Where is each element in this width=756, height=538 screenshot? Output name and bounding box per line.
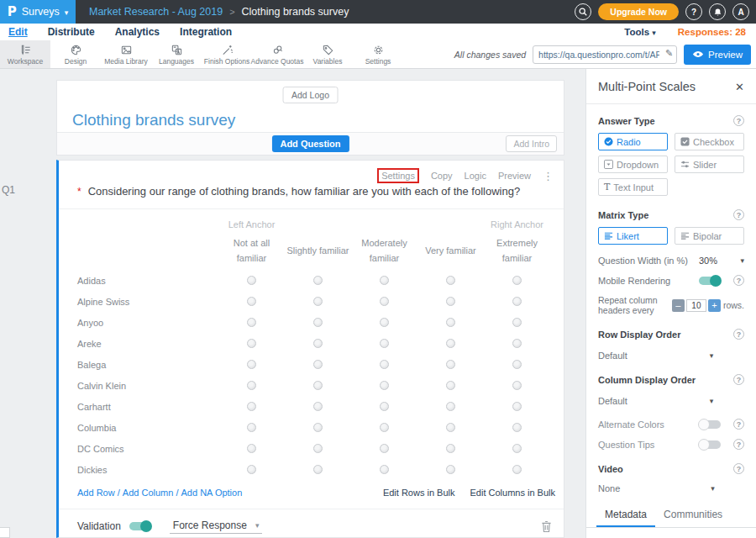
radio-option[interactable] — [313, 360, 323, 369]
answer-type-text-input[interactable]: T Text Input — [598, 178, 668, 196]
radio-option[interactable] — [380, 276, 389, 285]
question-copy-link[interactable]: Copy — [431, 171, 453, 181]
radio-option[interactable] — [247, 444, 256, 453]
add-question-button[interactable]: Add Question — [271, 135, 349, 152]
add-row-link[interactable]: Add Row — [77, 488, 115, 498]
toolbar-item-finish-options[interactable]: Finish Options — [202, 40, 252, 68]
answer-type-radio[interactable]: Radio — [598, 133, 668, 150]
radio-option[interactable] — [380, 402, 389, 411]
preview-button[interactable]: Preview — [684, 45, 751, 65]
toolbar-item-workspace[interactable]: Workspace — [0, 40, 50, 68]
row-label[interactable]: Anyoo — [77, 318, 218, 328]
radio-option[interactable] — [380, 444, 389, 453]
delete-question-trash-icon[interactable] — [541, 520, 552, 533]
radio-option[interactable] — [380, 423, 389, 432]
row-label[interactable]: Balega — [77, 360, 218, 370]
radio-option[interactable] — [380, 381, 389, 390]
survey-title[interactable]: Clothing brands survey — [72, 111, 235, 129]
row-label[interactable]: Carhartt — [77, 402, 218, 412]
answer-type-slider[interactable]: Slider — [675, 156, 744, 173]
tab-edit[interactable]: Edit — [8, 26, 28, 38]
radio-option[interactable] — [313, 423, 323, 432]
radio-option[interactable] — [446, 360, 455, 369]
radio-option[interactable] — [313, 297, 323, 306]
question-text[interactable]: Considering our range of clothing brands… — [88, 185, 521, 198]
video-dropdown[interactable]: None ▾ — [598, 483, 744, 493]
radio-option[interactable] — [313, 381, 323, 390]
row-label[interactable]: Adidas — [77, 276, 218, 286]
alternate-colors-toggle[interactable] — [699, 420, 721, 429]
radio-option[interactable] — [313, 318, 323, 327]
radio-option[interactable] — [313, 465, 323, 474]
radio-option[interactable] — [247, 360, 256, 369]
close-icon[interactable]: ✕ — [735, 81, 744, 93]
column-header[interactable]: Very familiar — [417, 244, 484, 259]
help-icon[interactable]: ? — [733, 275, 744, 286]
radio-option[interactable] — [247, 423, 256, 432]
search-icon[interactable] — [575, 3, 591, 20]
edit-columns-bulk-link[interactable]: Edit Columns in Bulk — [470, 488, 556, 498]
help-icon[interactable]: ? — [733, 463, 744, 474]
matrix-type-likert[interactable]: Likert — [598, 227, 668, 245]
matrix-type-bipolar[interactable]: Bipolar — [675, 227, 744, 245]
help-icon[interactable]: ? — [733, 374, 744, 385]
column-display-order-dropdown[interactable]: Default ▾ — [598, 396, 744, 406]
radio-option[interactable] — [247, 465, 256, 474]
column-header[interactable]: Slightly familiar — [285, 244, 351, 259]
add-intro-button[interactable]: Add Intro — [506, 135, 557, 152]
add-na-option-link[interactable]: Add NA Option — [181, 488, 243, 498]
radio-option[interactable] — [446, 339, 455, 348]
answer-type-checkbox[interactable]: Checkbox — [675, 133, 744, 150]
kebab-menu-icon[interactable]: ⋮ — [543, 170, 554, 182]
radio-option[interactable] — [446, 402, 455, 411]
help-icon[interactable]: ? — [733, 115, 744, 126]
add-logo-button[interactable]: Add Logo — [282, 87, 339, 103]
avatar[interactable]: A — [732, 3, 749, 20]
radio-option[interactable] — [446, 318, 455, 327]
radio-option[interactable] — [247, 339, 256, 348]
responses-count[interactable]: Responses: 28 — [678, 27, 746, 37]
radio-option[interactable] — [313, 444, 323, 453]
radio-option[interactable] — [512, 423, 522, 432]
help-icon[interactable]: ? — [733, 439, 744, 450]
radio-option[interactable] — [512, 297, 522, 306]
edit-url-pencil-icon[interactable]: ✎ — [665, 48, 673, 59]
radio-option[interactable] — [446, 381, 455, 390]
radio-option[interactable] — [446, 444, 455, 453]
row-label[interactable]: Alpine Swiss — [77, 297, 218, 307]
radio-option[interactable] — [313, 276, 323, 285]
validation-toggle[interactable] — [129, 522, 151, 530]
help-icon[interactable]: ? — [733, 329, 744, 340]
stepper-minus-button[interactable]: – — [672, 299, 685, 312]
radio-option[interactable] — [512, 444, 522, 453]
row-display-order-dropdown[interactable]: Default ▾ — [598, 351, 744, 361]
column-header[interactable]: Extremely familiar — [484, 236, 550, 266]
column-header[interactable]: Moderately familiar — [351, 236, 417, 266]
radio-option[interactable] — [380, 318, 389, 327]
tab-distribute[interactable]: Distribute — [48, 26, 95, 38]
radio-option[interactable] — [512, 318, 522, 327]
upgrade-now-button[interactable]: Upgrade Now — [598, 3, 679, 20]
stepper-value[interactable]: 10 — [686, 299, 706, 312]
radio-option[interactable] — [247, 402, 256, 411]
add-column-link[interactable]: Add Column — [123, 488, 174, 498]
help-icon[interactable]: ? — [733, 209, 744, 220]
radio-option[interactable] — [380, 297, 389, 306]
radio-option[interactable] — [512, 339, 522, 348]
notifications-bell-icon[interactable] — [709, 3, 726, 20]
radio-option[interactable] — [512, 465, 522, 474]
question-width-value[interactable]: 30% — [699, 256, 717, 266]
radio-option[interactable] — [313, 339, 323, 348]
column-header[interactable]: Not at all familiar — [218, 236, 285, 266]
help-button[interactable]: ? — [685, 3, 702, 20]
toolbar-item-settings[interactable]: Settings — [353, 40, 403, 68]
tab-analytics[interactable]: Analytics — [115, 26, 160, 38]
row-label[interactable]: Columbia — [77, 423, 218, 433]
toolbar-item-design[interactable]: Design — [50, 40, 101, 68]
toolbar-item-advance-quotas[interactable]: Advance Quotas — [252, 40, 302, 68]
row-label[interactable]: Areke — [77, 339, 218, 349]
radio-option[interactable] — [247, 318, 256, 327]
edit-rows-bulk-link[interactable]: Edit Rows in Bulk — [383, 488, 455, 498]
radio-option[interactable] — [446, 297, 455, 306]
survey-url-input[interactable] — [533, 45, 677, 64]
